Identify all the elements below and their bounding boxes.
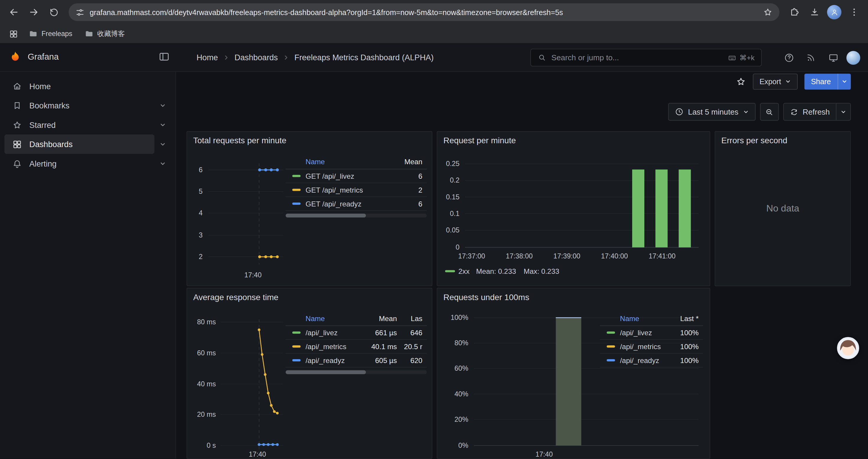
legend-scrollbar[interactable] [286,370,427,374]
forward-button[interactable] [24,3,43,22]
svg-text:60%: 60% [454,364,468,372]
refresh-button[interactable]: Refresh [784,103,836,120]
sidebar-link-starred[interactable]: Starred [4,115,155,135]
series-color-dash [292,345,301,347]
sidebar-link-dashboards[interactable]: Dashboards [4,134,155,154]
svg-text:17:40: 17:40 [536,451,553,458]
panel-title[interactable]: Errors per second [721,136,787,145]
refresh-interval-dropdown[interactable] [836,103,850,120]
sidebar-toggle-icon[interactable] [158,51,170,64]
svg-text:17:39:00: 17:39:00 [553,252,580,260]
clock-icon [675,107,684,117]
time-range-picker[interactable]: Last 5 minutes [668,103,755,121]
profile-avatar[interactable] [825,3,844,22]
sidebar-item-home: Home [4,76,171,96]
legend-row[interactable]: /api/_metrics 100% [600,340,703,354]
downloads-icon[interactable] [805,3,824,22]
legend-col-last[interactable]: Las [397,314,422,323]
floating-assistant-avatar[interactable] [837,337,859,359]
news-rss-icon[interactable] [802,49,820,66]
legend-row[interactable]: /api/_livez 661 µs 646 [286,326,427,340]
request-per-minute-chart[interactable]: 0.250.20.150.10.05017:37:0017:38:0017:39… [437,132,710,286]
svg-text:Max: 0.233: Max: 0.233 [524,267,559,275]
bookmark-folder-freeleaps[interactable]: Freeleaps [24,27,76,41]
chevron-right-icon [283,54,289,61]
share-split-button: Share [804,73,850,90]
legend-header-row: Name Mean Las [286,312,427,326]
profile-avatar-image [827,5,841,20]
svg-text:4: 4 [199,209,203,217]
legend-col-name[interactable]: Name [620,314,670,323]
svg-text:40 ms: 40 ms [197,380,216,388]
scrollbar-thumb[interactable] [286,370,366,374]
sidebar-item-label: Home [29,81,51,90]
chevron-down-icon[interactable] [155,155,171,172]
panel-title[interactable]: Requests under 100ms [443,292,529,302]
share-dropdown-icon[interactable] [838,73,851,90]
search-icon [537,53,546,62]
bookmark-star-icon[interactable] [763,7,773,17]
bookmark-folder-label: Freeleaps [42,30,72,37]
legend-col-last[interactable]: Last * [670,314,699,323]
browser-chrome: Freeleaps 收藏博客 [0,0,868,43]
search-box[interactable]: ⌘+k [530,49,762,66]
legend-row[interactable]: GET /api/_metrics 2 [286,183,427,197]
svg-text:17:41:00: 17:41:00 [649,252,675,260]
legend-row[interactable]: /api/_metrics 40.1 ms 20.5 r [286,340,427,354]
share-button[interactable]: Share [804,73,837,90]
sidebar-item-label: Starred [29,121,56,129]
apps-grid-icon[interactable] [6,26,21,41]
monitor-icon[interactable] [824,49,842,66]
series-color-dash [292,175,301,177]
url-bar[interactable] [68,3,779,21]
sidebar-item-starred: Starred [4,115,171,135]
legend-row[interactable]: /api/_readyz 100% [600,354,703,367]
zoom-out-button[interactable] [760,103,779,121]
svg-text:17:40: 17:40 [249,451,266,458]
user-avatar[interactable] [846,51,860,64]
svg-text:0.2: 0.2 [450,176,460,184]
sidebar-link-home[interactable]: Home [4,76,155,96]
panel-title[interactable]: Average response time [193,292,279,302]
chevron-down-icon[interactable] [155,136,171,153]
favorite-star-icon[interactable] [736,76,746,87]
legend-col-name[interactable]: Name [306,314,357,323]
sidebar-link-bookmarks[interactable]: Bookmarks [4,96,155,115]
legend-row[interactable]: /api/_livez 100% [600,326,703,340]
url-input[interactable] [90,8,758,16]
legend-row[interactable]: GET /api/_livez 6 [286,169,427,183]
site-info-icon[interactable] [75,7,85,17]
svg-text:3: 3 [199,231,203,239]
breadcrumb-dashboards[interactable]: Dashboards [235,53,278,62]
chevron-down-icon[interactable] [155,117,171,133]
refresh-icon [790,107,798,116]
scrollbar-thumb[interactable] [286,214,366,218]
legend-scrollbar[interactable] [286,214,427,218]
bookmark-folder-blogs[interactable]: 收藏博客 [80,27,129,41]
export-button[interactable]: Export [753,73,798,90]
sidebar-item-label: Alerting [29,159,56,168]
browser-window: Freeleaps 收藏博客 Grafana [0,0,868,459]
legend-row[interactable]: GET /api/_readyz 6 [286,197,427,211]
browser-toolbar [0,0,868,24]
help-icon[interactable] [780,49,798,66]
svg-text:2: 2 [199,253,203,261]
menu-kebab-icon[interactable] [845,3,864,22]
legend-col-name[interactable]: Name [306,158,395,166]
dashboard-actions: Export Share [736,73,851,90]
chevron-down-icon[interactable] [155,97,171,114]
legend-col-mean[interactable]: Mean [395,158,423,166]
sidebar-item-label: Bookmarks [29,101,69,110]
reload-button[interactable] [44,3,63,22]
search-input[interactable] [551,53,723,62]
legend-row[interactable]: /api/_readyz 605 µs 620 [286,354,427,367]
sidebar-link-alerting[interactable]: Alerting [4,154,155,173]
svg-text:2xx: 2xx [458,267,469,275]
back-button[interactable] [4,3,23,22]
panel-title[interactable]: Request per minute [443,136,516,145]
extensions-icon[interactable] [785,3,804,22]
panel-title[interactable]: Total requests per minute [193,136,286,145]
breadcrumb-home[interactable]: Home [196,53,218,62]
legend-col-mean[interactable]: Mean [357,314,397,323]
series-color-dash [292,203,301,205]
